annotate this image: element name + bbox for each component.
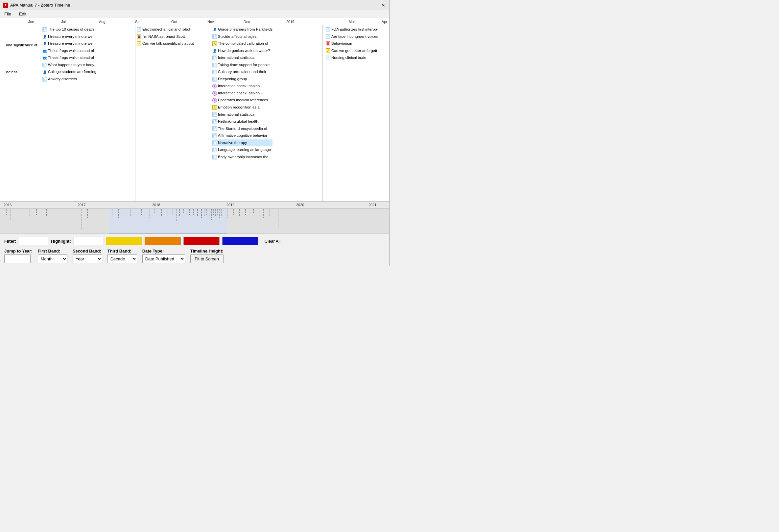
highlight-color-3[interactable] — [183, 237, 220, 245]
document-icon: 📄 — [212, 126, 217, 131]
close-button[interactable]: ✕ — [380, 2, 386, 9]
list-item[interactable]: 📄 Deepening group — [212, 76, 273, 83]
scale-jul: Jul — [61, 20, 66, 24]
year-band-bottom: 1990 2000 2010 2020 2030 2040 — [0, 233, 389, 234]
list-item[interactable]: 👥 These frogs walk instead of — [42, 54, 96, 61]
list-item[interactable]: 📄 Narrative therapy — [212, 139, 273, 146]
list-item[interactable]: 📄 Suicide affects all ages, — [212, 33, 273, 41]
highlight-color-1[interactable] — [106, 237, 142, 245]
list-item[interactable]: 📝 Can we talk scientifically about — [137, 40, 194, 47]
highlight-label: Highlight: — [51, 239, 71, 244]
menu-edit[interactable]: Edit — [18, 11, 27, 17]
list-item[interactable]: 📄 What happens to your body — [42, 61, 96, 69]
list-item[interactable]: 📄 Electromechanical and robot- — [137, 26, 194, 33]
video-icon: 🎬 — [137, 34, 141, 39]
date-type-group: Date Type: Date Published Date Added Dat… — [142, 249, 185, 263]
settings-row: Jump to Year: First Band: Month Year Dec… — [4, 249, 385, 263]
pill-icon: ⊕ — [212, 84, 217, 88]
list-item[interactable]: ⊕ Interaction check: aspirin + — [212, 82, 273, 90]
list-item[interactable]: 📄 Language learning as language — [212, 146, 273, 154]
list-item[interactable]: 📄 Body ownership increases the — [212, 154, 273, 161]
third-band-label: Third Band: — [108, 249, 137, 253]
list-item[interactable]: 📄 Taking time: support for people — [212, 61, 273, 69]
third-band-select[interactable]: Month Year Decade — [108, 254, 137, 263]
note-icon: 🔨 — [212, 105, 217, 110]
document-icon — [0, 43, 5, 48]
list-item[interactable]: 🔨 The complicated calibration of — [212, 40, 273, 47]
scale-mar: Mar — [349, 20, 355, 24]
pill-icon: ⊕ — [212, 91, 217, 96]
list-item[interactable]: 📄 International statistical — [212, 111, 273, 118]
list-item[interactable]: 👤 I treasure every minute we — [42, 33, 96, 41]
document-icon: 📄 — [212, 119, 217, 124]
document-icon: 📄 — [212, 70, 217, 74]
jump-to-year-input[interactable] — [4, 254, 31, 263]
document-icon: 📄 — [212, 133, 217, 138]
list-item[interactable]: 📕 Behaviorism — [326, 40, 378, 47]
document-icon: 📄 — [326, 56, 330, 60]
list-item[interactable]: 📄 Are face-incongruent voices — [326, 33, 378, 41]
list-item[interactable]: 🔑 Can we get better at forgett — [326, 47, 378, 55]
list-item[interactable]: ⊕ Interaction check: aspirin + — [212, 90, 273, 97]
document-icon: 📄 — [212, 155, 217, 160]
scale-jun: Jun — [28, 20, 34, 24]
person-icon: 👥 — [42, 56, 47, 60]
list-item[interactable]: 👤 Grade 6 learners from Parkfields — [212, 26, 273, 33]
minimap-dashes — [0, 209, 389, 234]
highlight-input[interactable] — [74, 237, 103, 245]
highlight-color-4[interactable] — [222, 237, 258, 245]
timeline-scale-top: Jun Jul Aug Sep Oct Nov Dec 2019 Mar Apr… — [0, 18, 389, 25]
list-item[interactable]: 📄 Nursing clinical brain — [326, 54, 378, 61]
third-band-group: Third Band: Month Year Decade — [108, 249, 137, 263]
filter-input[interactable] — [19, 237, 48, 245]
person-icon: 👤 — [42, 70, 47, 74]
list-item[interactable]: 👤 College students are forming — [42, 68, 96, 76]
list-item[interactable]: 👤 I treasure every minute we — [42, 40, 96, 47]
first-band-select[interactable]: Month Year Decade — [38, 254, 67, 263]
list-item[interactable]: 📄 Affirmative cognitive behavior — [212, 132, 273, 139]
year-2017: 2017 — [77, 203, 85, 207]
list-item[interactable]: 👤 How do geckos walk on water? — [212, 47, 273, 55]
timeline-minimap: 2016 2017 2018 2019 2020 2021 — [0, 201, 389, 234]
date-type-select[interactable]: Date Published Date Added Date Modified — [142, 254, 185, 263]
narrative-therapy-label: Narrative therapy — [218, 140, 247, 146]
document-icon: 📄 — [42, 63, 47, 67]
list-item[interactable]: 🔨 Emotion recognition as a — [212, 104, 273, 111]
first-band-group: First Band: Month Year Decade — [38, 249, 67, 263]
note-icon: 🔑 — [326, 48, 330, 53]
list-item[interactable]: 👥 These frogs walk instead of — [42, 47, 96, 55]
note-icon: 🔨 — [212, 42, 217, 46]
fit-to-screen-button[interactable]: Fit to Screen — [190, 254, 224, 263]
title-bar-left: Z APA Manual 7 - Zotero Timeline — [3, 3, 70, 8]
highlight-color-2[interactable] — [144, 237, 181, 245]
list-item[interactable]: 📄 Anxiety disorders — [42, 76, 96, 83]
menu-bar: File Edit — [0, 10, 389, 18]
timeline-content: and significance of iseless 📄 The top 10… — [0, 25, 389, 201]
list-item[interactable]: 📄 The top 10 causes of death — [42, 26, 96, 33]
list-item[interactable]: and significance of — [0, 42, 37, 49]
list-item[interactable]: 🎬 I'm NASA astronaut Scott — [137, 33, 194, 41]
second-band-select[interactable]: Month Year Decade — [73, 254, 102, 263]
jump-to-year-label: Jump to Year: — [4, 249, 33, 253]
second-band-label: Second Band: — [73, 249, 102, 253]
filter-row: Filter: Highlight: Clear All — [4, 237, 385, 245]
timeline-height-label: Timeline Height: — [190, 249, 224, 253]
list-item[interactable]: iseless — [0, 69, 37, 76]
list-item[interactable]: 📄 International statistical — [212, 54, 273, 61]
list-item[interactable]: ⊕ Epocrates medical references — [212, 97, 273, 104]
document-icon — [0, 70, 5, 74]
list-item[interactable]: 📄 Culinary arts: talent and their — [212, 68, 273, 76]
item-list-col3: 📄 Electromechanical and robot- 🎬 I'm NAS… — [137, 26, 194, 47]
clear-all-button[interactable]: Clear All — [261, 237, 284, 245]
year-2019: 2019 — [227, 203, 234, 207]
list-item[interactable]: 📄 Rethinking global health: — [212, 118, 273, 125]
list-item[interactable]: 📄 The Stanford encyclopedia of — [212, 125, 273, 132]
list-item[interactable]: 📄 FDA authorizes first interop- — [326, 26, 378, 33]
person-icon: 👤 — [212, 48, 217, 53]
note-icon: 📝 — [137, 42, 141, 46]
scale-aug: Aug — [99, 20, 106, 24]
year-2020: 2020 — [296, 203, 304, 207]
person-icon: 👤 — [42, 34, 47, 39]
divider-2 — [135, 25, 135, 201]
menu-file[interactable]: File — [3, 11, 12, 17]
